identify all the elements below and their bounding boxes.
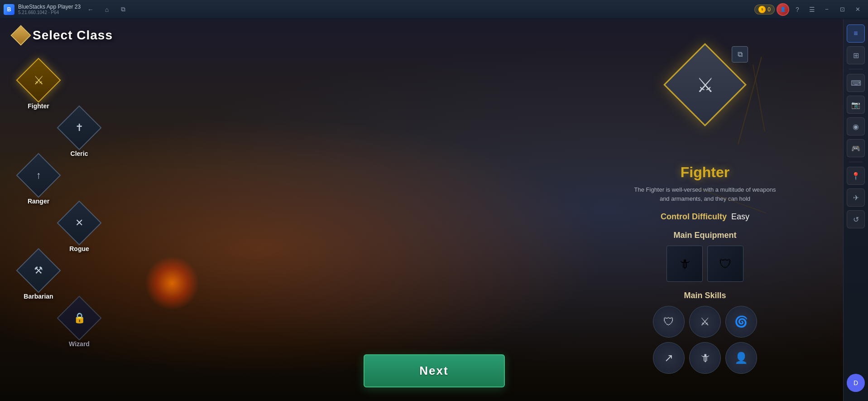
- user-avatar: 👤: [777, 3, 789, 16]
- coin-count: 0: [767, 6, 771, 13]
- sidebar-macro-btn[interactable]: ◉: [847, 117, 865, 135]
- control-difficulty: Control Difficulty Easy: [633, 212, 777, 222]
- skill-slot-3: 🌀: [725, 306, 757, 338]
- home-button[interactable]: ⌂: [101, 3, 113, 16]
- fighter-icon: ⚔: [34, 73, 44, 87]
- cleric-row: ✝ Cleric: [18, 107, 100, 157]
- sidebar-divider-2: [849, 162, 863, 162]
- class-item-rogue[interactable]: ✕ Rogue: [59, 203, 100, 252]
- sword-icon: 🗡: [678, 256, 691, 271]
- titlebar-controls: $ 0 👤 ? ☰ − ⊡ ✕: [754, 3, 864, 16]
- skill-icon-3: 🌀: [734, 315, 748, 328]
- sidebar-gamepad-btn[interactable]: 🎮: [847, 139, 865, 157]
- sidebar-settings-btn[interactable]: ≡: [847, 24, 865, 43]
- discord-button[interactable]: D: [847, 374, 865, 392]
- class-item-ranger[interactable]: ↑ Ranger: [18, 155, 59, 205]
- wizard-label: Wizard: [69, 340, 90, 348]
- right-sidebar: ≡ ⊞ ⌨ 📷 ◉ 🎮 📍 ✈ ↺ D: [843, 19, 868, 401]
- fire-effect: [145, 256, 199, 310]
- class-item-wizard[interactable]: 🔒 Wizard: [59, 298, 100, 348]
- selected-class-name: Fighter: [633, 164, 777, 181]
- sidebar-location-btn[interactable]: 📍: [847, 167, 865, 185]
- close-button[interactable]: ✕: [851, 3, 864, 16]
- sidebar-keyboard-btn[interactable]: ⌨: [847, 74, 865, 92]
- barbarian-label: Barbarian: [24, 293, 53, 300]
- class-list: ⚔ Fighter ✝ Cleric ↑: [18, 60, 100, 348]
- wizard-row: 🔒 Wizard: [18, 298, 100, 348]
- multi-button[interactable]: ⧉: [117, 3, 129, 16]
- back-button[interactable]: ←: [84, 3, 97, 16]
- fighter-label: Fighter: [28, 102, 49, 110]
- rogue-icon: ✕: [75, 217, 83, 229]
- sidebar-rotate-btn[interactable]: ↺: [847, 210, 865, 228]
- shield-icon: 🛡: [719, 256, 732, 271]
- sidebar-resize-btn[interactable]: ⊞: [847, 46, 865, 64]
- difficulty-value: Easy: [731, 212, 749, 222]
- skills-row-1: 🛡 ⚔ 🌀: [633, 306, 777, 338]
- menu-button[interactable]: ☰: [806, 3, 818, 16]
- skill-slot-4: ↗: [653, 342, 685, 374]
- skill-slot-2: ⚔: [689, 306, 721, 338]
- game-container: Select Class ⚔ Fighter ✝: [0, 19, 868, 401]
- page-title: Select Class: [33, 28, 113, 43]
- skill-slot-6: 👤: [725, 342, 757, 374]
- sidebar-divider-1: [849, 69, 863, 69]
- equip-slot-shield: 🛡: [707, 246, 743, 282]
- coin-icon: $: [758, 6, 766, 13]
- class-info-panel: ⚔ ⧉ Fighter The Fighter is well-versed w…: [633, 46, 777, 374]
- class-item-fighter[interactable]: ⚔ Fighter: [18, 60, 59, 110]
- title-diamond-icon: [10, 25, 31, 45]
- skills-row-2: ↗ 🗡 👤: [633, 342, 777, 374]
- skill-icon-5: 🗡: [700, 352, 710, 364]
- skill-slot-5: 🗡: [689, 342, 721, 374]
- ranger-row: ↑ Ranger: [18, 155, 100, 205]
- rogue-row: ✕ Rogue: [18, 203, 100, 252]
- sidebar-airplane-btn[interactable]: ✈: [847, 188, 865, 207]
- equipment-row: 🗡 🛡: [633, 246, 777, 282]
- selected-class-diamond-icon: ⚔: [696, 73, 714, 97]
- select-class-header: Select Class: [14, 28, 113, 43]
- coin-badge: $ 0: [754, 5, 775, 14]
- app-title: BlueStacks App Player 23: [18, 4, 81, 10]
- class-item-barbarian[interactable]: ⚒ Barbarian: [18, 250, 59, 300]
- fighter-row: ⚔ Fighter: [18, 60, 100, 110]
- class-item-cleric[interactable]: ✝ Cleric: [59, 107, 100, 157]
- cleric-label: Cleric: [71, 150, 88, 157]
- skill-icon-1: 🛡: [663, 315, 674, 328]
- titlebar: B BlueStacks App Player 23 5.21.660.1042…: [0, 0, 868, 19]
- rogue-label: Rogue: [69, 245, 89, 252]
- skill-icon-2: ⚔: [700, 315, 710, 328]
- app-icon: B: [4, 4, 14, 15]
- next-button[interactable]: Next: [364, 354, 505, 387]
- copy-icon[interactable]: ⧉: [732, 46, 748, 63]
- main-skills-title: Main Skills: [633, 291, 777, 300]
- wizard-icon: 🔒: [73, 312, 86, 324]
- main-equipment-title: Main Equipment: [633, 231, 777, 240]
- barbarian-row: ⚒ Barbarian: [18, 250, 100, 300]
- ranger-label: Ranger: [28, 198, 49, 205]
- equip-slot-sword: 🗡: [667, 246, 703, 282]
- restore-button[interactable]: ⊡: [835, 3, 849, 16]
- app-version: 5.21.660.1042 · P64: [18, 10, 81, 15]
- help-button[interactable]: ?: [791, 3, 804, 16]
- difficulty-label: Control Difficulty: [661, 212, 727, 222]
- titlebar-left: B BlueStacks App Player 23 5.21.660.1042…: [4, 3, 129, 16]
- skill-slot-1: 🛡: [653, 306, 685, 338]
- sidebar-camera-btn[interactable]: 📷: [847, 96, 865, 114]
- selected-class-diamond: ⚔ ⧉: [676, 46, 734, 123]
- barbarian-icon: ⚒: [34, 265, 43, 276]
- selected-class-description: The Fighter is well-versed with a multit…: [633, 185, 777, 203]
- minimize-button[interactable]: −: [820, 3, 834, 16]
- ranger-icon: ↑: [36, 169, 41, 181]
- cleric-icon: ✝: [75, 122, 83, 134]
- skill-icon-6: 👤: [734, 352, 748, 364]
- skill-icon-4: ↗: [664, 352, 673, 364]
